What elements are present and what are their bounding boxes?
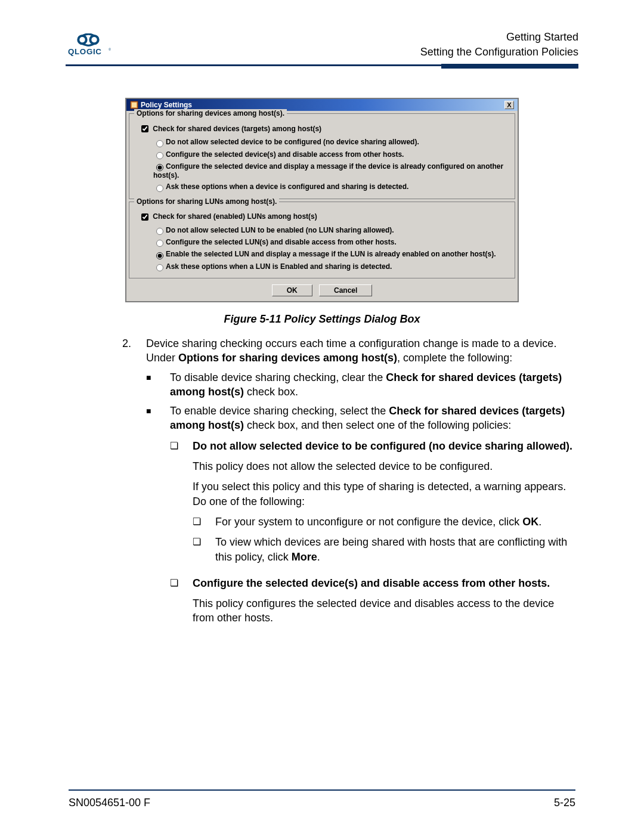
radio-dev-1-input[interactable] — [156, 152, 163, 159]
dialog-app-icon — [130, 101, 138, 109]
b2-a: To enable device sharing checking, selec… — [170, 405, 389, 417]
radio-dev-0-label: Do not allow selected device to be confi… — [166, 138, 419, 146]
group-luns-legend: Options for sharing LUNs among host(s). — [134, 197, 279, 206]
radio-lun-1-label: Configure the selected LUN(s) and disabl… — [166, 238, 397, 246]
p1s2-c: . — [317, 551, 320, 563]
footer-docid: SN0054651-00 F — [69, 797, 150, 809]
radio-lun-0-label: Do not allow selected LUN to be enabled … — [166, 226, 394, 234]
svg-text:®: ® — [109, 48, 111, 52]
radio-dev-0[interactable]: Do not allow selected device to be confi… — [153, 138, 419, 146]
bullet-icon: ■ — [146, 404, 170, 637]
policy1-desc: This policy does not allow the selected … — [193, 459, 575, 473]
radio-dev-2[interactable]: Configure the selected device and displa… — [153, 162, 503, 179]
svg-text:QLOGIC: QLOGIC — [68, 47, 102, 56]
radio-dev-1[interactable]: Configure the selected device(s) and dis… — [153, 150, 404, 159]
radio-lun-2-label: Enable the selected LUN and display a me… — [166, 250, 496, 258]
p1s1-c: . — [538, 516, 541, 528]
radio-lun-0[interactable]: Do not allow selected LUN to be enabled … — [153, 226, 394, 234]
radio-dev-2-label: Configure the selected device and displa… — [153, 162, 503, 179]
radio-lun-1-input[interactable] — [156, 240, 163, 247]
radio-dev-1-label: Configure the selected device(s) and dis… — [166, 150, 404, 159]
box-bullet-icon: ❏ — [170, 576, 193, 631]
step-text-c: , complete the following: — [397, 352, 512, 364]
header-chapter: Getting Started — [420, 30, 578, 45]
policy1-if: If you select this policy and this type … — [193, 479, 575, 509]
box-bullet-icon: ❏ — [170, 439, 193, 570]
p1s1-a: For your system to unconfigure or not co… — [215, 516, 522, 528]
page-footer: SN0054651-00 F 5-25 — [69, 789, 575, 809]
check-shared-luns-input[interactable] — [141, 213, 148, 221]
qlogic-logo-icon: QLOGIC ® — [66, 33, 113, 57]
policy1-title: Do not allow selected device to be confi… — [193, 439, 575, 453]
ok-button[interactable]: OK — [272, 284, 312, 296]
box-bullet-icon: ❏ — [193, 535, 215, 564]
bullet-icon: ■ — [146, 370, 170, 400]
check-shared-luns-label: Check for shared (enabled) LUNs among ho… — [153, 212, 317, 221]
radio-lun-3-label: Ask these options when a LUN is Enabled … — [166, 262, 392, 271]
radio-lun-3[interactable]: Ask these options when a LUN is Enabled … — [153, 262, 392, 271]
radio-lun-3-input[interactable] — [156, 264, 163, 271]
body-content: 2. Device sharing checking occurs each t… — [122, 336, 575, 642]
box-bullet-icon: ❏ — [193, 515, 215, 529]
radio-dev-2-input[interactable] — [156, 164, 163, 171]
svg-rect-5 — [132, 103, 137, 107]
cancel-button[interactable]: Cancel — [319, 284, 372, 296]
radio-dev-0-input[interactable] — [156, 140, 163, 147]
policy2-desc: This policy configures the selected devi… — [193, 596, 575, 625]
page-header: QLOGIC ® Getting Started Setting the Con… — [0, 30, 644, 60]
radio-dev-3-input[interactable] — [156, 185, 163, 192]
step-number: 2. — [122, 336, 146, 642]
figure-caption: Figure 5-11 Policy Settings Dialog Box — [0, 313, 644, 326]
qlogic-logo: QLOGIC ® — [66, 33, 119, 60]
p1s1-b: OK — [522, 516, 538, 528]
radio-lun-0-input[interactable] — [156, 228, 163, 235]
dialog-title: Policy Settings — [141, 101, 192, 109]
header-section: Setting the Configuration Policies — [420, 45, 578, 60]
radio-dev-3[interactable]: Ask these options when a device is confi… — [153, 182, 408, 191]
group-luns: Options for sharing LUNs among host(s). … — [129, 202, 515, 278]
b1-a: To disable device sharing checking, clea… — [170, 371, 386, 383]
header-rule — [66, 64, 578, 69]
svg-point-1 — [90, 36, 98, 44]
check-shared-devices[interactable]: Check for shared devices (targets) among… — [139, 125, 321, 133]
radio-lun-2-input[interactable] — [156, 252, 163, 259]
radio-lun-1[interactable]: Configure the selected LUN(s) and disabl… — [153, 238, 397, 246]
policy2-title: Configure the selected device(s) and dis… — [193, 576, 575, 590]
p1s2-b: More — [292, 551, 317, 563]
p1s2-a: To view which devices are being shared w… — [215, 536, 567, 562]
close-icon[interactable]: X — [504, 101, 514, 109]
b1-c: check box. — [244, 386, 298, 398]
radio-dev-3-label: Ask these options when a device is confi… — [166, 182, 408, 191]
policy-settings-dialog: Policy Settings X Options for sharing de… — [125, 98, 519, 302]
step-text-b: Options for sharing devices among host(s… — [178, 352, 397, 364]
check-shared-luns[interactable]: Check for shared (enabled) LUNs among ho… — [139, 212, 317, 221]
check-shared-devices-label: Check for shared devices (targets) among… — [153, 125, 321, 133]
footer-pagenum: 5-25 — [554, 797, 575, 809]
group-devices-legend: Options for sharing devices among host(s… — [134, 109, 287, 117]
radio-lun-2[interactable]: Enable the selected LUN and display a me… — [153, 250, 496, 258]
b2-c: check box, and then select one of the fo… — [244, 419, 511, 431]
check-shared-devices-input[interactable] — [141, 125, 148, 132]
group-devices: Options for sharing devices among host(s… — [129, 113, 515, 199]
svg-point-0 — [78, 36, 86, 44]
